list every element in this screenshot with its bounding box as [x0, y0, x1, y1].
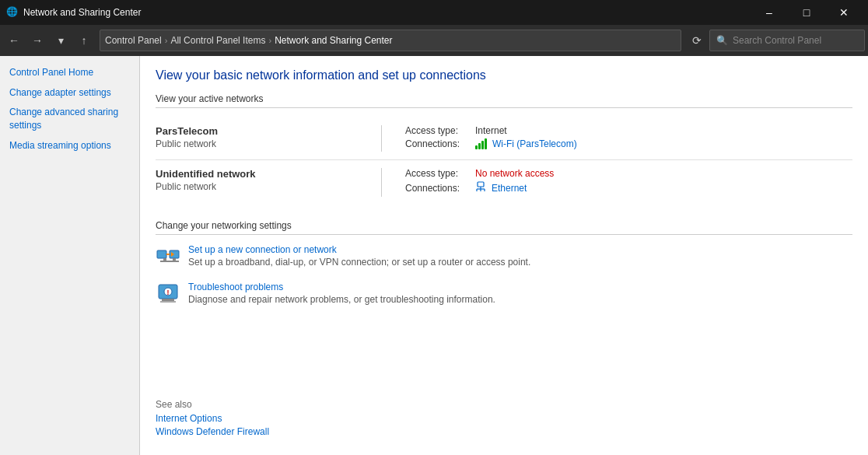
svg-rect-11: [160, 261, 170, 262]
new-connection-desc: Set up a broadband, dial-up, or VPN conn…: [188, 257, 530, 268]
minimize-button[interactable]: –: [751, 0, 787, 25]
see-also-firewall[interactable]: Windows Defender Firewall: [156, 426, 269, 437]
network-details-2: Access type: No network access Connectio…: [405, 168, 852, 197]
svg-rect-6: [157, 250, 166, 258]
ethernet-connection-text: Ethernet: [492, 183, 527, 194]
forward-button[interactable]: →: [26, 30, 48, 51]
see-also-section: See also Internet Options Windows Defend…: [156, 399, 269, 439]
breadcrumb-control-panel[interactable]: Control Panel: [105, 35, 162, 46]
sidebar: Control Panel Home Change adapter settin…: [0, 56, 140, 455]
access-type-label-1: Access type:: [405, 125, 475, 136]
connections-label-1: Connections:: [405, 138, 475, 149]
wifi-icon: [475, 138, 487, 149]
breadcrumb-current: Network and Sharing Center: [275, 35, 392, 46]
main-layout: Control Panel Home Change adapter settin…: [0, 56, 868, 455]
search-icon: 🔍: [716, 35, 728, 46]
ethernet-icon: [475, 181, 486, 194]
access-type-row-2: Access type: No network access: [405, 168, 852, 179]
connections-row-1: Connections: Wi-Fi (ParsTelecom): [405, 138, 852, 149]
window-title: Network and Sharing Center: [23, 7, 751, 18]
setting-item-troubleshoot: ! Troubleshoot problems Diagnose and rep…: [156, 282, 852, 306]
access-type-row-1: Access type: Internet: [405, 125, 852, 136]
see-also-title: See also: [156, 399, 269, 410]
svg-text:!: !: [167, 289, 170, 296]
network-type-2: Public network: [156, 181, 358, 192]
connections-label-2: Connections:: [405, 183, 475, 194]
connections-row-2: Connections:: [405, 181, 852, 194]
see-also-internet-options[interactable]: Internet Options: [156, 413, 269, 424]
network-name-1: ParsTelecom: [156, 125, 358, 137]
search-box[interactable]: 🔍: [709, 30, 865, 51]
troubleshoot-desc: Diagnose and repair network problems, or…: [188, 294, 495, 305]
dropdown-button[interactable]: ▾: [50, 30, 72, 51]
svg-rect-10: [163, 258, 166, 261]
ethernet-connection-link[interactable]: Ethernet: [475, 181, 527, 194]
svg-rect-15: [162, 299, 174, 301]
breadcrumb: Control Panel › All Control Panel Items …: [100, 30, 681, 51]
content-area: View your basic network information and …: [140, 56, 868, 455]
maximize-button[interactable]: □: [789, 0, 824, 25]
active-networks-header: View your active networks: [156, 93, 852, 108]
network-name-2: Unidentified network: [156, 168, 358, 180]
troubleshoot-link[interactable]: Troubleshoot problems: [188, 282, 495, 292]
sidebar-item-advanced-sharing[interactable]: Change advanced sharing settings: [0, 103, 139, 135]
active-networks-section: View your active networks ParsTelecom Pu…: [156, 93, 852, 205]
breadcrumb-all-items[interactable]: All Control Panel Items: [170, 35, 265, 46]
new-connection-text: Set up a new connection or network Set u…: [188, 244, 530, 268]
troubleshoot-text: Troubleshoot problems Diagnose and repai…: [188, 282, 495, 305]
network-divider-2: [381, 168, 382, 197]
troubleshoot-icon: !: [156, 282, 180, 306]
close-button[interactable]: ✕: [826, 0, 862, 25]
access-type-label-2: Access type:: [405, 168, 475, 179]
network-row-1: ParsTelecom Public network Access type: …: [156, 117, 852, 160]
address-bar: ← → ▾ ↑ Control Panel › All Control Pane…: [0, 25, 868, 56]
page-title: View your basic network information and …: [156, 68, 852, 82]
title-bar: 🌐 Network and Sharing Center – □ ✕: [0, 0, 868, 25]
network-info-2: Unidentified network Public network: [156, 168, 358, 192]
sidebar-item-adapter[interactable]: Change adapter settings: [0, 82, 139, 103]
up-button[interactable]: ↑: [73, 30, 95, 51]
wifi-connection-text: Wi-Fi (ParsTelecom): [492, 138, 577, 149]
svg-rect-0: [478, 182, 484, 187]
wifi-connection-link[interactable]: Wi-Fi (ParsTelecom): [475, 138, 577, 149]
refresh-button[interactable]: ⟳: [686, 30, 708, 51]
back-button[interactable]: ←: [3, 30, 25, 51]
setting-item-new-connection: Set up a new connection or network Set u…: [156, 244, 852, 269]
change-settings-section: Change your networking settings: [156, 220, 852, 306]
network-type-1: Public network: [156, 138, 358, 149]
network-info-1: ParsTelecom Public network: [156, 125, 358, 149]
sidebar-item-home[interactable]: Control Panel Home: [0, 62, 139, 82]
window-controls: – □ ✕: [751, 0, 862, 25]
app-icon: 🌐: [6, 6, 19, 19]
svg-rect-16: [160, 301, 176, 303]
sidebar-item-media-streaming[interactable]: Media streaming options: [0, 135, 139, 156]
access-type-value-2: No network access: [475, 168, 554, 179]
network-row-2: Unidentified network Public network Acce…: [156, 160, 852, 205]
new-connection-link[interactable]: Set up a new connection or network: [188, 244, 530, 255]
network-details-1: Access type: Internet Connections:: [405, 125, 852, 152]
settings-header: Change your networking settings: [156, 220, 852, 235]
svg-rect-13: [170, 261, 179, 262]
new-connection-icon: [156, 244, 180, 269]
svg-rect-12: [173, 258, 176, 261]
access-type-value-1: Internet: [475, 125, 507, 136]
network-divider-1: [381, 125, 382, 152]
search-input[interactable]: [733, 35, 858, 46]
